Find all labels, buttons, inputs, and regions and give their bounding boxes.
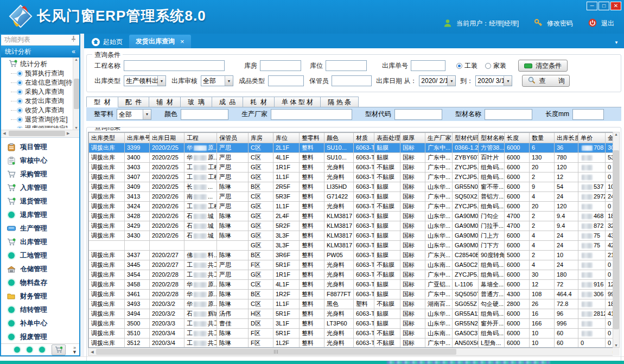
table-row[interactable]: 调拨出库35122020/3/4工共工程陈琳F区1L2F整料光身料6063-T5… (89, 339, 619, 348)
sidebar-module-入库管理[interactable]: 入库管理 (1, 181, 79, 195)
sidebar-module-退库管理[interactable]: 退库管理 (1, 208, 79, 222)
tree-root-statistics[interactable]: 统计分析 (1, 59, 79, 69)
sidebar-module-财务管理[interactable]: 财务管理 (1, 290, 79, 303)
table-row[interactable]: 调拨出库34452020/2/27工共工程严思F区5R1F整料光身料6063-T… (89, 260, 619, 270)
sidebar-module-出库管理[interactable]: 出库管理 (1, 235, 79, 249)
change-password-button[interactable]: 修改密码 (547, 19, 573, 28)
close-icon[interactable]: ✕ (610, 2, 621, 10)
radio-industrial[interactable]: 工装 (456, 61, 477, 71)
out-type-select[interactable]: 生产领料出库 ▼ (124, 75, 166, 86)
sidebar-module-生产管理[interactable]: 生产管理 (1, 222, 79, 235)
tree-item[interactable]: 采购入库查询 (1, 87, 79, 97)
grid-vertical-scrollbar[interactable]: ▲ ▼ (613, 132, 620, 348)
minimize-icon[interactable]: ─ (587, 2, 597, 10)
grid-horizontal-scrollbar[interactable]: ◀ ▶ (88, 348, 619, 356)
filter-input[interactable] (394, 109, 442, 120)
table-row[interactable]: 调拨出库34032020/2/25工工程严思G区1R1F整料光身料6063-T5… (89, 163, 619, 173)
table-row[interactable]: 调拨出库34092020/2/25长...陈琳B区2R5F整料LI35HD606… (89, 182, 619, 192)
column-header[interactable]: 生产厂家 (425, 133, 453, 143)
radio-home[interactable]: 家装 (485, 61, 506, 71)
sidebar-module-工地管理[interactable]: 工地管理 (1, 249, 79, 263)
material-tab[interactable]: 成 品 (212, 97, 244, 107)
maximize-icon[interactable]: □ (598, 2, 609, 10)
tree-item[interactable]: 收货入库查询 (1, 106, 79, 115)
sidebar-splitter[interactable] (80, 34, 84, 356)
material-tab[interactable]: 型 材 (86, 97, 118, 107)
scroll-left-icon[interactable]: ◀ (1, 131, 8, 136)
table-row[interactable]: 调拨出库34372020/2/27佛料...陈琳B区3R6F整料PW056063… (89, 251, 619, 260)
material-tab[interactable]: 配 件 (118, 97, 150, 107)
project-name-input[interactable] (124, 60, 225, 71)
table-row[interactable]: 调拨出库34002020/2/25华原...严思C区4L1F整料SU10...6… (89, 153, 619, 163)
location-input[interactable] (326, 60, 367, 71)
tab-shipping-outbound-query[interactable]: 发货出库查询 × (129, 35, 191, 48)
table-row[interactable]: 调拨出库33992020/2/25华原...严思C区2L1F整料SU10...6… (89, 143, 619, 153)
search-button[interactable]: 查 询 (522, 75, 570, 87)
table-row[interactable]: 调拨出库34292020/2/26石城陈琳G区5R2F整料KLM38176063… (89, 221, 619, 231)
tab-close-icon[interactable]: × (180, 37, 184, 46)
scroll-right-icon[interactable]: ▶ (65, 131, 72, 136)
column-header[interactable]: 出库类型 (89, 133, 125, 143)
column-header[interactable]: 整零料 (300, 133, 324, 143)
material-tab[interactable]: 玻 璃 (180, 97, 212, 107)
module-dot-icon[interactable] (14, 347, 20, 353)
table-row[interactable]: 调拨出库34542020/2/28工共工程严思G区1R1F整料光身料6063-T… (89, 270, 619, 280)
tree-item[interactable]: 退库管理[待定] (1, 124, 79, 128)
sidebar-module-审核中心[interactable]: 审核中心 (1, 154, 79, 168)
material-tab[interactable]: 辅 材 (149, 97, 181, 107)
tree-vertical-scrollbar[interactable]: ▲ ▼ (73, 58, 79, 130)
tree-item[interactable]: 发货出库查询 (1, 97, 79, 106)
column-header[interactable]: 长度 (505, 133, 530, 143)
scroll-left-icon[interactable]: ◀ (88, 350, 96, 354)
filter-select[interactable]: 全部▼ (117, 109, 151, 120)
product-type-input[interactable] (268, 75, 304, 86)
filter-input[interactable] (181, 109, 228, 120)
column-header[interactable]: 型材名称 (479, 133, 505, 143)
scrollbar-thumb[interactable] (74, 79, 79, 109)
tree-item[interactable]: 在途信息查询[待 (1, 78, 79, 87)
scrollbar-thumb[interactable] (613, 150, 619, 329)
filter-input[interactable] (485, 109, 532, 120)
column-header[interactable]: 膜厚 (400, 133, 425, 143)
table-row[interactable]: 调拨出库34932020/3/2华原...陈琳C区1L1F整料黑色塑料不贴膜国标… (89, 299, 619, 309)
column-header[interactable]: 材质 (354, 133, 374, 143)
scroll-down-icon[interactable]: ▼ (614, 343, 618, 347)
logout-button[interactable]: 退出 (601, 19, 614, 28)
column-header[interactable]: 单价 (578, 133, 606, 143)
keeper-input[interactable] (332, 75, 372, 86)
sidebar-module-项目管理[interactable]: 项目管理 (1, 141, 79, 154)
scroll-up-icon[interactable]: ▲ (614, 132, 618, 136)
table-row[interactable]: 调拨出库34132020/2/26南...严思C区5R3F整料G71422606… (89, 192, 619, 202)
table-row[interactable]: 调拨出库34282020/2/26石城陈琳G区2L4F整料KLM38176063… (89, 212, 619, 221)
scroll-up-icon[interactable]: ▲ (74, 58, 78, 61)
material-tab[interactable]: 耗 材 (243, 97, 275, 107)
module-dot-icon[interactable] (39, 347, 45, 353)
sidebar-module-结转管理[interactable]: 结转管理 (1, 303, 79, 317)
column-header[interactable]: 库房 (249, 133, 273, 143)
tree-item[interactable]: 退货查询[待定] (1, 115, 79, 124)
column-header[interactable]: 型材代码 (453, 133, 479, 143)
column-header[interactable]: 数量 (530, 133, 555, 143)
table-row[interactable]: 调拨出库34242020/2/26工工程严思G区1L1F整料光身料6063-T5… (89, 202, 619, 212)
module-dot-icon[interactable] (27, 347, 33, 353)
table-row[interactable]: 调拨出库34612020/2/28华原...陈琳B区1R2F整料F8877FT6… (89, 290, 619, 299)
scrollbar-thumb[interactable] (96, 349, 456, 355)
table-row[interactable]: 调拨出库34582020/2/28华原...陈琳C区4L1F整料光身料6063-… (89, 280, 619, 290)
column-header[interactable]: 保管员 (217, 133, 249, 143)
table-row[interactable]: 调拨出库34942020/3/2石辉城汤伟H区5R1F整料光身料6063-T5贴… (89, 309, 619, 319)
filter-input[interactable] (572, 109, 604, 120)
collapse-icon[interactable]: « (72, 46, 75, 58)
column-header[interactable]: 库位 (273, 133, 300, 143)
column-header[interactable]: 表面处理 (374, 133, 400, 143)
sidebar-module-退货管理[interactable]: 退货管理 (1, 195, 79, 208)
overflow-chevron-icon[interactable]: »▼ (72, 346, 77, 354)
order-no-input[interactable] (411, 60, 445, 71)
module-cart-button[interactable] (52, 344, 66, 355)
sidebar-module-采购管理[interactable]: 采购管理 (1, 168, 79, 181)
sidebar-module-物料盘存[interactable]: 物料盘存 (1, 276, 79, 290)
column-header[interactable]: 出库长度 (555, 133, 578, 143)
pin-icon[interactable] (71, 35, 76, 45)
warehouse-input[interactable] (260, 60, 301, 71)
tab-list-dropdown-icon[interactable]: ▼ (614, 40, 624, 48)
column-header[interactable]: 出库单号 (125, 133, 150, 143)
